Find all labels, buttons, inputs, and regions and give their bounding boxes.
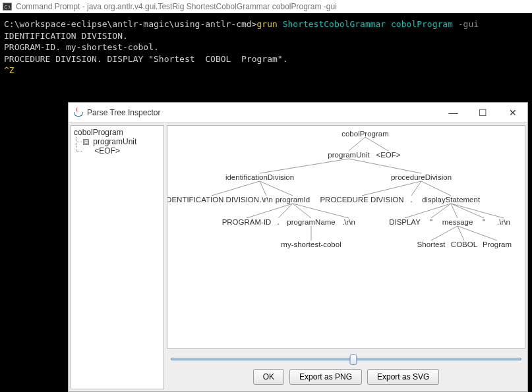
zoom-slider-thumb[interactable] xyxy=(349,354,357,365)
svg-line-13 xyxy=(293,204,349,218)
tree-node: <EOF> xyxy=(376,151,400,159)
window-controls: — ☐ ✕ xyxy=(438,103,527,122)
tree-node: . xyxy=(277,218,279,226)
terminal-prompt: C:\workspace-eclipse\antlr-magic\using-a… xyxy=(4,19,257,29)
zoom-slider[interactable] xyxy=(171,358,521,360)
tree-node: message xyxy=(442,218,473,226)
svg-line-0 xyxy=(349,137,365,151)
tree-node: Shortest xyxy=(417,240,446,248)
svg-line-7 xyxy=(362,181,421,196)
tree-child[interactable]: <EOF> xyxy=(73,146,162,155)
java-icon xyxy=(73,107,83,118)
tree-node: PROGRAM-ID xyxy=(222,218,272,226)
terminal-arg1: ShortestCobolGrammar xyxy=(283,19,386,29)
svg-line-3 xyxy=(349,159,421,173)
terminal-line: PROCEDURE DIVISION. DISPLAY "Shortest CO… xyxy=(4,53,528,65)
tree-node: programName xyxy=(287,218,336,226)
svg-line-20 xyxy=(431,226,458,240)
terminal-arg2: cobolProgram xyxy=(391,19,453,29)
tree-node: Program xyxy=(483,240,512,248)
tree-node: programUnit xyxy=(328,151,369,159)
svg-line-4 xyxy=(212,181,260,196)
tree-edges xyxy=(167,126,525,348)
tree-node: .\r\n xyxy=(497,218,510,226)
svg-line-18 xyxy=(451,204,504,218)
tree-root[interactable]: cobolProgram xyxy=(73,128,162,137)
inspector-title: Parse Tree Inspector xyxy=(87,108,160,117)
tree-panel[interactable]: cobolProgram ⊟ programUnit <EOF> xyxy=(71,125,164,389)
tree-node: IDENTIFICATION DIVISION xyxy=(167,196,259,204)
tree-node: " xyxy=(430,218,432,226)
tree-node: procedureDivision xyxy=(391,173,452,181)
minimize-button[interactable]: — xyxy=(438,103,468,122)
tree-node: displayStatement xyxy=(422,196,480,204)
parse-tree-canvas[interactable]: cobolProgram programUnit <EOF> identific… xyxy=(167,125,525,349)
button-row: OK Export as PNG Export as SVG xyxy=(167,367,525,389)
svg-line-17 xyxy=(451,204,484,218)
tree-child[interactable]: ⊟ programUnit xyxy=(73,137,162,146)
terminal-line: PROGRAM-ID. my-shortest-cobol. xyxy=(4,42,528,53)
svg-line-1 xyxy=(365,137,388,151)
tree-node: identificationDivision xyxy=(225,173,294,181)
tree-root-label: cobolProgram xyxy=(74,128,123,137)
export-png-button[interactable]: Export as PNG xyxy=(289,369,362,385)
zoom-slider-row xyxy=(167,349,525,367)
cmd-icon: C:\ xyxy=(3,3,12,11)
tree-node: . xyxy=(410,196,412,204)
tree-node: .\r\n xyxy=(342,218,355,226)
terminal-ctrlz: ^Z xyxy=(4,65,528,76)
svg-line-9 xyxy=(421,181,451,196)
inspector-titlebar[interactable]: Parse Tree Inspector — ☐ ✕ xyxy=(69,103,527,123)
svg-line-14 xyxy=(405,204,451,218)
maximize-button[interactable]: ☐ xyxy=(468,103,498,122)
svg-line-15 xyxy=(431,204,451,218)
tree-node: PROCEDURE DIVISION xyxy=(320,196,403,204)
terminal-flag: -gui xyxy=(458,19,479,29)
tree-child-label: programUnit xyxy=(93,137,136,146)
tree-toggle-icon[interactable]: ⊟ xyxy=(83,139,89,145)
tree-node: cobolProgram xyxy=(341,130,389,138)
tree-node: my-shortest-cobol xyxy=(281,240,341,248)
tree-node: COBOL xyxy=(451,240,477,248)
tree-child-label: <EOF> xyxy=(94,146,120,155)
svg-line-6 xyxy=(260,181,293,196)
tree-node: " xyxy=(483,218,485,226)
canvas-panel: cobolProgram programUnit <EOF> identific… xyxy=(167,125,525,389)
svg-line-2 xyxy=(260,159,349,173)
cmd-titlebar: C:\ Command Prompt - java org.antlr.v4.g… xyxy=(0,0,532,13)
terminal-line: IDENTIFICATION DIVISION. xyxy=(4,30,528,42)
tree-node: DISPLAY xyxy=(389,218,421,226)
terminal-command: grun xyxy=(257,19,278,29)
tree-node: programId xyxy=(276,196,310,204)
inspector-window: Parse Tree Inspector — ☐ ✕ cobolProgram … xyxy=(68,102,528,392)
terminal[interactable]: C:\workspace-eclipse\antlr-magic\using-a… xyxy=(0,13,532,82)
inspector-body: cobolProgram ⊟ programUnit <EOF> xyxy=(69,123,527,391)
export-svg-button[interactable]: Export as SVG xyxy=(367,369,439,385)
ok-button[interactable]: OK xyxy=(253,369,284,385)
cmd-title: Command Prompt - java org.antlr.v4.gui.T… xyxy=(16,2,337,11)
tree-node: .\r\n xyxy=(260,196,273,204)
close-button[interactable]: ✕ xyxy=(498,103,527,122)
